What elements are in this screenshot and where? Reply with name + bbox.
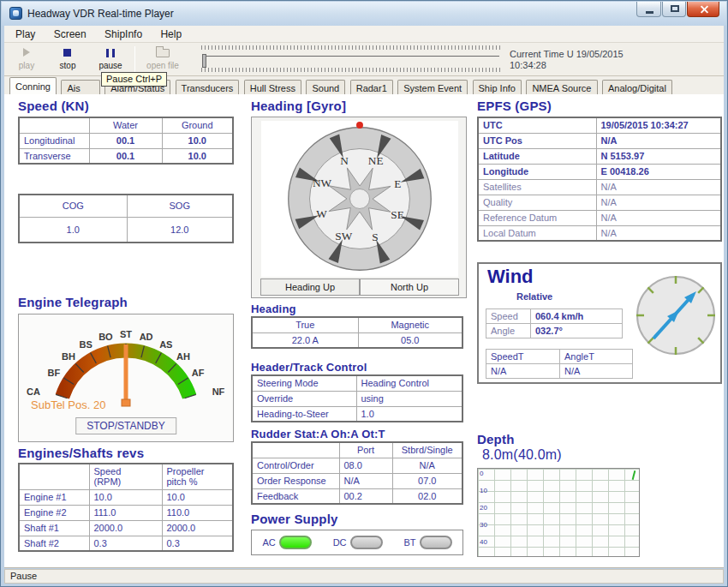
speed-table: Water Ground Longitudinal 00.1 10.0 Tran… bbox=[18, 117, 234, 165]
depth-panel-title: Depth bbox=[477, 432, 515, 446]
table-row: UTC19/05/2015 10:34:27 bbox=[478, 117, 721, 133]
speed-col-ground: Ground bbox=[162, 117, 233, 133]
table-row: Steering ModeHeading Control bbox=[252, 375, 462, 391]
rudder-panel-title: Rudder Stat:A Oh:A Ot:T bbox=[251, 428, 385, 440]
menu-shipinfo[interactable]: ShipInfo bbox=[97, 26, 150, 42]
maximize-icon bbox=[671, 5, 679, 12]
depth-tick: 30 bbox=[480, 521, 487, 529]
rudder-table: Port Stbrd/Single Control/Order08.0N/A O… bbox=[251, 441, 463, 505]
tab-transducers[interactable]: Transducers bbox=[176, 80, 240, 95]
status-text: Pause bbox=[10, 571, 37, 581]
wind-panel: Wind Relative Speed060.4 km/h Angle032.7… bbox=[477, 262, 722, 384]
close-button[interactable] bbox=[687, 2, 719, 17]
menu-help[interactable]: Help bbox=[152, 26, 189, 42]
wind-reference: Relative bbox=[516, 291, 552, 302]
pause-tooltip: Pause Ctrl+P bbox=[101, 72, 167, 87]
heading-marker bbox=[356, 122, 363, 129]
depth-tick: 10 bbox=[480, 487, 487, 494]
depth-history-chart: 0 10 20 30 40 bbox=[477, 468, 640, 557]
current-time: Current Time U 19/05/2015 10:34:28 bbox=[510, 49, 624, 71]
depth-tick: 40 bbox=[480, 538, 487, 546]
menu-play[interactable]: Play bbox=[8, 26, 43, 42]
heading-up-button[interactable]: Heading Up bbox=[260, 279, 360, 296]
menu-screen[interactable]: Screen bbox=[46, 26, 94, 42]
tab-nmea-source[interactable]: NMEA Source bbox=[526, 80, 597, 95]
depth-tick: 20 bbox=[480, 504, 487, 512]
table-row: Engine #110.010.0 bbox=[19, 489, 233, 505]
minimize-icon bbox=[646, 11, 653, 14]
cog-sog-table: COG SOG 1.0 12.0 bbox=[18, 194, 234, 243]
epfs-table: UTC19/05/2015 10:34:27 UTC PosN/A Latitu… bbox=[477, 117, 722, 242]
telegraph-label: ST bbox=[120, 329, 132, 339]
tab-sound[interactable]: Sound bbox=[306, 80, 345, 95]
toolbar-separator bbox=[134, 46, 135, 72]
cog-label: COG bbox=[19, 195, 127, 217]
compass-dir: NE bbox=[368, 154, 384, 167]
gyro-compass-panel: N NE E SE S SW W NW Heading Up North Up bbox=[251, 117, 467, 298]
table-row: Shaft #20.30.3 bbox=[19, 536, 233, 551]
open-file-icon bbox=[156, 49, 170, 57]
tab-radar1[interactable]: Radar1 bbox=[350, 80, 393, 95]
power-ac-indicator bbox=[279, 536, 312, 549]
window-title: Headway VDR Real-time Player bbox=[27, 8, 174, 20]
pause-button[interactable]: pause bbox=[92, 45, 129, 74]
tab-system-event[interactable]: System Event bbox=[397, 80, 468, 95]
tab-conning[interactable]: Conning bbox=[9, 77, 57, 94]
telegraph-label: AF bbox=[192, 368, 205, 378]
table-row: Transverse 00.1 10.0 bbox=[19, 148, 233, 164]
menu-bar: Play Screen ShipInfo Help bbox=[4, 26, 724, 43]
status-bar: Pause bbox=[4, 569, 724, 584]
play-button[interactable]: play bbox=[8, 45, 45, 74]
tab-analog-digital[interactable]: Analog/Digital bbox=[602, 80, 672, 95]
table-row: LatitudeN 5153.97 bbox=[478, 148, 721, 164]
heading-table: True Magnetic 22.0 A 05.0 bbox=[251, 316, 463, 349]
telegraph-label: BS bbox=[80, 339, 92, 350]
table-row: Control/Order08.0N/A bbox=[252, 458, 462, 473]
open-file-button[interactable]: open file bbox=[140, 45, 186, 74]
power-dc-indicator bbox=[350, 536, 383, 549]
table-row: QualityN/A bbox=[478, 195, 721, 210]
speed-col-water: Water bbox=[89, 117, 162, 133]
telegraph-label: AS bbox=[159, 339, 172, 350]
north-up-button[interactable]: North Up bbox=[360, 279, 459, 296]
minimize-button[interactable] bbox=[636, 2, 661, 17]
epfs-panel-title: EPFS (GPS) bbox=[477, 99, 552, 113]
stop-button[interactable]: stop bbox=[49, 45, 87, 74]
slider-track[interactable] bbox=[206, 56, 499, 57]
telegraph-label: AD bbox=[140, 332, 153, 342]
heading-magnetic-value: 05.0 bbox=[358, 332, 462, 348]
engines-table: Speed(RPM) Propellerpitch % Engine #110.… bbox=[18, 463, 234, 552]
playback-slider[interactable] bbox=[201, 45, 501, 74]
tab-ais[interactable]: Ais bbox=[61, 80, 99, 95]
wind-speed-value: 060.4 km/h bbox=[531, 309, 623, 324]
telegraph-label: AH bbox=[176, 351, 190, 362]
compass-rose: N NE E SE S SW W NW bbox=[280, 119, 439, 279]
app-window: Headway VDR Real-time Player Play Screen… bbox=[0, 0, 728, 587]
stop-standby-button[interactable]: STOP/STANDBY bbox=[75, 417, 176, 434]
compass-dir: SW bbox=[335, 230, 352, 243]
wind-angle-value: 032.7° bbox=[531, 324, 623, 338]
table-row: Engine #2111.0110.0 bbox=[19, 505, 233, 520]
table-row: Feedback00.202.0 bbox=[252, 488, 462, 504]
cog-value: 1.0 bbox=[19, 217, 127, 243]
compass-dir: SE bbox=[391, 208, 403, 221]
stop-icon bbox=[63, 49, 71, 57]
table-row: Overrideusing bbox=[252, 391, 462, 406]
power-dc-label: DC bbox=[333, 537, 347, 548]
gyro-panel-title: Heading [Gyro] bbox=[251, 99, 346, 113]
compass-dir: W bbox=[316, 207, 327, 220]
slider-ticks-top bbox=[201, 45, 501, 50]
track-table: Steering ModeHeading Control Overrideusi… bbox=[251, 374, 463, 422]
speed-panel-title: Speed (KN) bbox=[18, 99, 89, 113]
wind-anglet-value: N/A bbox=[560, 364, 633, 379]
tab-ship-info[interactable]: Ship Info bbox=[473, 80, 522, 95]
play-icon bbox=[23, 48, 30, 57]
maximize-button[interactable] bbox=[662, 2, 686, 17]
track-panel-title: Header/Track Control bbox=[251, 361, 367, 374]
table-row: Order ResponseN/A07.0 bbox=[252, 473, 462, 488]
slider-handle[interactable] bbox=[202, 54, 206, 68]
table-row: Reference DatumN/A bbox=[478, 210, 721, 225]
tab-hull-stress[interactable]: Hull Stress bbox=[244, 80, 301, 95]
sog-label: SOG bbox=[127, 195, 233, 217]
compass-dir: S bbox=[372, 231, 378, 243]
